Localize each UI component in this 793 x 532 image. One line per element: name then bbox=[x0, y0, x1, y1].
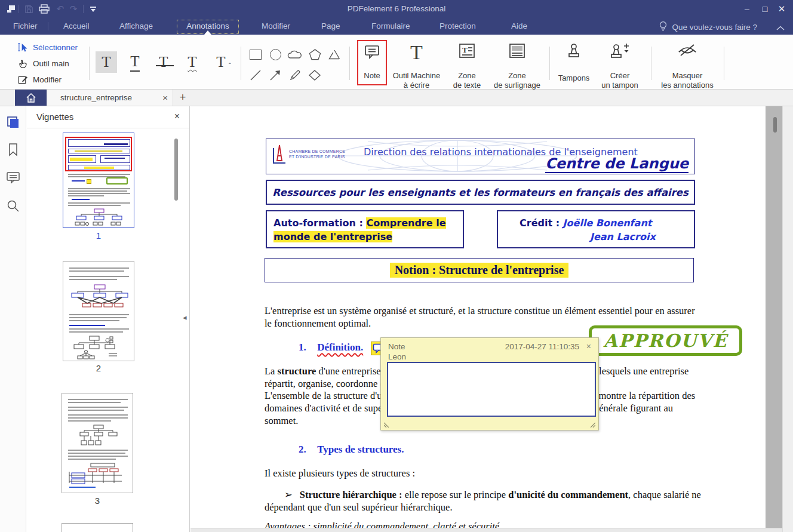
minimize-button[interactable]: – bbox=[738, 0, 756, 18]
rectangle-shape-tool[interactable] bbox=[247, 47, 265, 62]
menu-tab-annotations[interactable]: Annotations bbox=[177, 20, 239, 34]
highlight-text-tool[interactable]: T bbox=[96, 51, 117, 73]
note-tool-button[interactable]: Note bbox=[357, 40, 387, 85]
customize-toolbar-icon[interactable] bbox=[87, 0, 99, 18]
titlebar-separator bbox=[19, 5, 19, 13]
ribbon-divider bbox=[724, 47, 724, 80]
line-icon bbox=[250, 69, 262, 81]
squiggly-underline-tool[interactable]: T bbox=[182, 51, 203, 73]
maximize-button[interactable]: □ bbox=[756, 0, 774, 18]
note-icon bbox=[358, 44, 386, 60]
menu-tab-accueil[interactable]: Accueil bbox=[59, 20, 94, 34]
typewriter-icon: T bbox=[388, 42, 445, 63]
thumbnails-panel: Vignettes × bbox=[27, 106, 190, 532]
doc-header-box: CHAMBRE DE COMMERCEET D'INDUSTRIE DE PAR… bbox=[266, 139, 695, 174]
rectangle-icon bbox=[250, 50, 262, 60]
cloud-shape-tool[interactable] bbox=[286, 47, 304, 62]
horizontal-scrollbar-track[interactable] bbox=[190, 528, 782, 532]
panel-scrollbar-thumb[interactable] bbox=[174, 139, 178, 201]
note-popup-author: Leon bbox=[388, 352, 406, 361]
home-icon bbox=[26, 93, 36, 103]
page-number-2: 2 bbox=[63, 363, 134, 373]
circle-shape-tool[interactable] bbox=[266, 47, 284, 62]
thumbnail-page-1[interactable] bbox=[63, 133, 134, 228]
menu-tab-protection[interactable]: Protection bbox=[435, 20, 481, 34]
undo-icon[interactable]: ↶ bbox=[55, 0, 66, 18]
close-button[interactable]: ✕ bbox=[773, 0, 791, 18]
doc-bullet-structure-hierarchique: ➢Structure hiérarchique : elle repose su… bbox=[265, 489, 703, 513]
create-stamp-button[interactable]: Créerun tampon bbox=[594, 40, 646, 85]
thumbnail-page-4[interactable] bbox=[62, 523, 133, 532]
app-logo-icon bbox=[5, 0, 17, 18]
titlebar: ↶ ↷ PDFelement 6 Professional – □ ✕ bbox=[0, 0, 793, 18]
panel-title: Vignettes bbox=[36, 112, 73, 122]
note-popup[interactable]: Note Leon 2017-04-27 11:10:35 × bbox=[380, 337, 599, 430]
caret-insert-tool[interactable]: Tˆ bbox=[210, 51, 232, 73]
text-box-tool-button[interactable]: T Zonede texte bbox=[446, 40, 488, 85]
thumbnails-panel-icon[interactable] bbox=[5, 115, 21, 130]
cloud-icon bbox=[287, 49, 303, 60]
note-textarea[interactable] bbox=[387, 362, 596, 417]
hand-icon bbox=[18, 59, 28, 69]
home-button[interactable] bbox=[15, 90, 47, 106]
thumbnail-page-2[interactable] bbox=[63, 261, 134, 361]
triangle-shape-tool[interactable] bbox=[325, 47, 343, 62]
lightbulb-icon bbox=[659, 21, 668, 33]
panel-close-icon[interactable]: × bbox=[174, 111, 180, 122]
highlight-area-tool-button[interactable]: Zonede surlignage bbox=[488, 40, 546, 85]
print-icon[interactable] bbox=[37, 0, 51, 18]
window-title: PDFelement 6 Professional bbox=[0, 0, 793, 18]
help-search[interactable]: Que voulez-vous faire ? bbox=[659, 20, 757, 34]
ccip-logo-icon bbox=[272, 143, 287, 165]
panel-collapse-arrow[interactable]: ◂ bbox=[183, 313, 187, 322]
document-tab[interactable]: structure_entreprise × bbox=[47, 90, 173, 106]
thumbnail-viewport-rect[interactable] bbox=[65, 137, 132, 171]
new-tab-button[interactable]: + bbox=[176, 90, 190, 106]
pentagon-icon bbox=[309, 48, 321, 60]
eraser-icon bbox=[308, 69, 321, 81]
menu-tab-formulaire[interactable]: Formulaire bbox=[367, 20, 415, 34]
underline-text-tool[interactable]: T bbox=[124, 51, 146, 73]
note-popup-title: Note bbox=[388, 342, 405, 351]
menu-separator bbox=[48, 22, 48, 30]
comments-panel-icon[interactable] bbox=[5, 170, 21, 186]
arrow-tool[interactable] bbox=[266, 67, 284, 83]
edit-pencil-icon bbox=[18, 75, 28, 85]
doc-notion-box: Notion : Structure de l'entreprise bbox=[265, 258, 694, 282]
resize-grip-left[interactable] bbox=[384, 420, 391, 428]
active-tab-pointer bbox=[204, 30, 211, 35]
hide-annotations-button[interactable]: Masquerles annotations bbox=[654, 40, 721, 85]
doc-paragraph-3: Il existe plusieurs types de structures … bbox=[265, 468, 702, 480]
menu-tab-page[interactable]: Page bbox=[316, 20, 345, 34]
search-panel-icon[interactable] bbox=[5, 198, 21, 214]
save-icon[interactable] bbox=[23, 0, 35, 18]
bullet-arrow-glyph: ➢ bbox=[284, 489, 293, 500]
select-tool-button[interactable]: Sélectionner bbox=[18, 41, 78, 54]
page-number-3: 3 bbox=[62, 496, 133, 506]
typewriter-tool-button[interactable]: T Outil Machineà écrire bbox=[388, 40, 445, 85]
pencil-draw-tool[interactable] bbox=[286, 67, 304, 83]
eraser-tool[interactable] bbox=[306, 67, 324, 83]
redo-icon[interactable]: ↷ bbox=[68, 0, 79, 18]
pentagon-shape-tool[interactable] bbox=[306, 47, 324, 62]
navigation-icon-bar bbox=[0, 106, 26, 532]
thumbnail-page-3[interactable] bbox=[62, 393, 133, 493]
tab-close-icon[interactable]: × bbox=[162, 90, 168, 106]
menu-tab-modifier[interactable]: Modifier bbox=[257, 20, 295, 34]
doc-banner-box: Ressources pour les enseignants et les f… bbox=[266, 180, 695, 205]
hand-tool-button[interactable]: Outil main bbox=[18, 57, 69, 70]
strikethrough-text-tool[interactable]: T bbox=[153, 51, 174, 73]
chevron-up-icon[interactable] bbox=[776, 23, 785, 33]
stamps-button[interactable]: Tampons bbox=[550, 40, 598, 85]
edit-tool-button[interactable]: Modifier bbox=[18, 73, 62, 86]
bookmarks-panel-icon[interactable] bbox=[5, 142, 21, 158]
approved-stamp-annotation[interactable]: APPROUVÉ bbox=[589, 325, 742, 356]
note-popup-close-icon[interactable]: × bbox=[586, 342, 591, 351]
menu-tab-aide[interactable]: Aide bbox=[506, 20, 532, 34]
line-tool[interactable] bbox=[247, 67, 265, 83]
page-number-1: 1 bbox=[63, 230, 134, 241]
resize-grip-right[interactable] bbox=[588, 420, 595, 428]
document-scrollbar-thumb[interactable] bbox=[773, 117, 777, 133]
menu-tab-affichage[interactable]: Affichage bbox=[115, 20, 158, 34]
menu-tab-fichier[interactable]: Fichier bbox=[8, 20, 42, 34]
